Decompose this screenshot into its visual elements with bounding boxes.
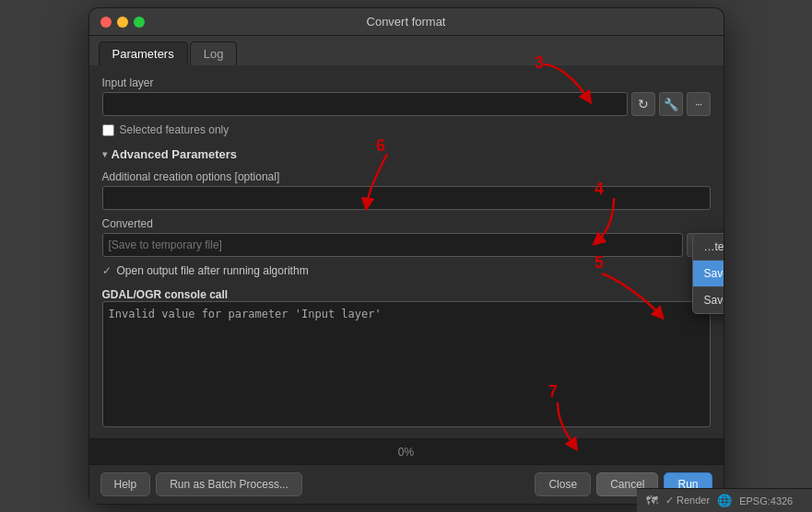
maximize-window-button[interactable] [134,17,145,28]
map-icon: 🗺 [646,494,658,507]
additional-options-label: Additional creation options [optional] [102,170,711,183]
tab-parameters[interactable]: Parameters [99,41,188,65]
input-layer-section: Input layer ↻ 🔧 ··· [102,76,711,116]
input-layer-select[interactable] [102,92,628,116]
dropdown-item-temp-file[interactable]: Save to a Temporary File [693,261,724,287]
globe-icon: 🌐 [717,494,732,507]
refresh-button[interactable]: ↻ [631,92,655,116]
open-output-label: Open output file after running algorithm [117,264,309,277]
open-output-row: ✓ Open output file after running algorit… [102,264,711,277]
close-window-button[interactable] [100,17,112,28]
progress-bar-container: 0% [89,438,724,464]
epsg-label: EPSG:4326 [739,495,793,506]
tab-log[interactable]: Log [190,41,238,65]
additional-options-input[interactable] [102,186,711,210]
converted-label: Converted [102,217,711,230]
parameters-panel: Input layer ↻ 🔧 ··· [89,65,724,438]
open-output-check-icon: ✓ [102,264,112,277]
minimize-window-button[interactable] [117,17,128,28]
tab-bar: Parameters Log [89,36,724,65]
selected-features-row: Selected features only [102,123,711,136]
selected-features-checkbox[interactable] [102,124,114,136]
gdal-section: GDAL/OGR console call [102,285,711,427]
gdal-output-text [102,301,711,427]
dropdown-item-attribute[interactable]: …te with attribute) [693,234,724,261]
more-button[interactable]: ··· [687,92,711,116]
wrench-icon: 🔧 [664,98,678,111]
help-button[interactable]: Help [100,472,151,496]
input-layer-row: ↻ 🔧 ··· [102,92,711,116]
gdal-label: GDAL/OGR console call [102,288,711,301]
batch-process-button[interactable]: Run as Batch Process... [156,472,302,496]
more-icon: ··· [695,98,701,111]
window-controls[interactable] [100,17,145,28]
advanced-section-header[interactable]: ▾ Advanced Parameters [102,147,711,161]
input-layer-label: Input layer [102,76,711,89]
render-label: ✓ Render [665,495,710,506]
save-path-input[interactable] [102,233,683,257]
close-button[interactable]: Close [535,472,591,496]
window-title: Convert format [367,15,446,29]
converted-row: ▼ …te with attribute) Save to a Temporar… [102,233,711,257]
wrench-button[interactable]: 🔧 [659,92,683,116]
refresh-icon: ↻ [638,97,649,111]
bottom-buttons: Help Run as Batch Process... Close Cance… [89,464,724,504]
status-bar: 🗺 ✓ Render 🌐 EPSG:4326 [637,488,812,512]
selected-features-label: Selected features only [120,123,229,136]
progress-label: 0% [398,446,414,459]
save-dropdown-popup: …te with attribute) Save to a Temporary … [692,233,724,314]
titlebar: Convert format [89,8,724,36]
converted-section: Converted ▼ …te with attribute) Save to … [102,217,711,257]
advanced-section-label: Advanced Parameters [112,147,238,161]
additional-options-section: Additional creation options [optional] [102,170,711,210]
collapse-icon: ▾ [102,149,107,159]
dropdown-item-save-file[interactable]: Save to File… [693,287,724,313]
